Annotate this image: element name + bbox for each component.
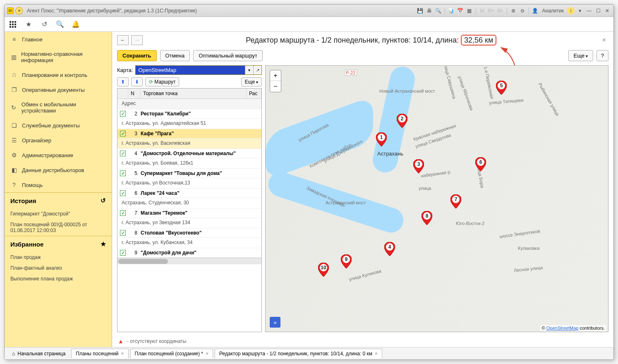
refresh-route-button[interactable]: ⟳ Маршрут xyxy=(145,77,179,86)
grid-icon[interactable]: ▦ xyxy=(466,7,473,14)
checkbox[interactable]: ✓ xyxy=(120,170,126,176)
star-icon[interactable]: ★ xyxy=(24,20,33,29)
map-provider-input[interactable] xyxy=(136,66,245,74)
nav-item[interactable]: ?Помощь xyxy=(5,177,112,192)
help-button[interactable]: ? xyxy=(596,50,608,61)
apps-icon[interactable] xyxy=(9,20,17,29)
nav-icon: ▥ xyxy=(10,54,17,60)
zoom-out-icon[interactable]: ⊖ xyxy=(519,7,526,14)
close-icon[interactable]: ✕ xyxy=(604,7,611,14)
history-item[interactable]: План посещений 00УД-000025 от 01.06.2017… xyxy=(5,219,112,236)
favorite-item[interactable]: План-фактный анализ xyxy=(5,263,112,273)
maximize-icon[interactable]: ☐ xyxy=(594,7,602,14)
table-row[interactable]: ✓5Супермаркет "Товары для дома" xyxy=(117,169,261,178)
m-icon[interactable]: M xyxy=(479,7,486,14)
nav-item[interactable]: ⚙Администрирование xyxy=(5,148,112,163)
nav-forward-button[interactable]: → xyxy=(131,35,143,45)
compare-icon[interactable]: 📊 xyxy=(448,7,455,14)
distance-highlight: 32,56 км xyxy=(461,35,496,46)
map-marker[interactable]: 2 xyxy=(397,114,407,128)
info-icon[interactable]: i xyxy=(567,7,575,14)
star-icon[interactable]: ★ xyxy=(101,240,106,248)
optimal-route-button[interactable]: Оптимальный маршрут xyxy=(193,50,263,61)
tab-close-icon[interactable]: × xyxy=(121,351,124,357)
minimize-icon[interactable]: — xyxy=(585,7,593,14)
combo-open-icon[interactable]: ↗ xyxy=(253,66,261,74)
print-icon[interactable]: 🖶 xyxy=(426,7,433,14)
bell-icon[interactable]: 🔔 xyxy=(72,20,80,29)
table-row[interactable]: ✓4"Домострой. Отделочные материалы" xyxy=(117,149,261,158)
map-marker[interactable]: 1 xyxy=(376,132,387,146)
map-marker[interactable]: 3 xyxy=(413,159,424,173)
table-row[interactable]: ✓9"Домострой для дачи" xyxy=(117,248,261,258)
map-marker[interactable]: 7 xyxy=(450,194,461,208)
m-minus-icon[interactable]: M- xyxy=(497,7,504,14)
nav-item[interactable]: ☰Органайзер xyxy=(5,133,112,148)
nav-back-button[interactable]: ← xyxy=(117,35,129,45)
tab-close-icon[interactable]: × xyxy=(206,351,208,357)
map-marker[interactable]: 6 xyxy=(475,157,486,171)
table-row[interactable]: ✓6Ларек "24 часа" xyxy=(117,189,261,198)
checkbox[interactable]: ✓ xyxy=(120,190,126,196)
table-row[interactable]: ✓8Столовая "Вкуснотеево" xyxy=(117,228,261,238)
row-name: Ларек "24 часа" xyxy=(141,190,259,196)
map-marker[interactable]: 9 xyxy=(341,254,352,268)
save-button[interactable]: Сохранить xyxy=(117,50,157,61)
sidebar: ≡Главное▥Нормативно-справочная информаци… xyxy=(5,32,112,347)
more-button[interactable]: Еще xyxy=(568,50,593,61)
nav-item[interactable]: ⎍Планирование и контроль xyxy=(5,67,112,82)
map-marker[interactable]: 10 xyxy=(318,263,329,277)
history-icon[interactable]: ↺ xyxy=(101,197,106,204)
cancel-button[interactable]: Отмена xyxy=(160,50,190,61)
table-row[interactable]: ✓7Магазин "Теремок" xyxy=(117,208,261,218)
table-row[interactable]: ✓3Кафе "Прага" xyxy=(117,129,261,139)
map[interactable]: Астрахань Р-22Новый Астраханский мостули… xyxy=(265,65,608,332)
map-expand-button[interactable]: » xyxy=(270,317,280,328)
nav-item[interactable]: ❏Служебные документы xyxy=(5,118,112,133)
osm-link[interactable]: OpenStreetMap xyxy=(546,326,579,330)
nav-item[interactable]: ▥Нормативно-справочная информация xyxy=(5,47,112,67)
table-row[interactable]: ✓2Ресторан "Калибри" xyxy=(117,109,261,119)
nav-icon: ? xyxy=(10,182,18,188)
move-up-button[interactable]: ⬆ xyxy=(117,77,129,86)
history-item[interactable]: Гипермаркет "Домострой" xyxy=(5,208,112,219)
nav-item[interactable]: ↻Обмен с мобильными устройствами xyxy=(5,97,112,118)
checkbox[interactable]: ✓ xyxy=(120,250,126,256)
map-provider-combo[interactable]: ▾ ↗ xyxy=(135,65,262,75)
checkbox[interactable]: ✓ xyxy=(120,131,126,136)
tab[interactable]: План посещений (создание) *× xyxy=(130,349,213,358)
tab[interactable]: Планы посещений× xyxy=(71,349,128,358)
checkbox[interactable]: ✓ xyxy=(120,210,126,216)
save-icon[interactable]: 💾 xyxy=(417,7,424,14)
move-down-button[interactable]: ⬇ xyxy=(131,77,143,86)
nav-item[interactable]: ◧Данные дистрибьюторов xyxy=(5,163,112,177)
combo-dropdown-icon[interactable]: ▾ xyxy=(245,66,253,74)
zoom-in-button[interactable]: + xyxy=(270,70,281,81)
tab-close-icon[interactable]: × xyxy=(375,351,378,357)
svg-text:4: 4 xyxy=(388,244,391,250)
map-marker[interactable]: 8 xyxy=(422,211,432,225)
close-page-button[interactable]: × xyxy=(600,36,608,44)
favorite-item[interactable]: План продаж xyxy=(5,252,112,263)
horizontal-scrollbar[interactable] xyxy=(117,258,261,264)
favorite-item[interactable]: Выполнение плана продаж xyxy=(5,273,112,284)
calendar-icon[interactable]: 📅 xyxy=(457,7,464,14)
dropdown-icon[interactable]: ▾ xyxy=(576,7,584,14)
history-icon[interactable]: ↺ xyxy=(40,20,48,29)
zoom-out-button[interactable]: − xyxy=(270,81,281,92)
preview-icon[interactable]: 🔍 xyxy=(435,7,442,14)
m-plus-icon[interactable]: M+ xyxy=(488,7,495,14)
tab[interactable]: ⌂Начальная страница xyxy=(8,349,69,358)
search-icon[interactable]: 🔍 xyxy=(56,20,64,29)
tab[interactable]: Редактор маршрута - 1/2 понедельник, пун… xyxy=(215,349,382,358)
list-more-button[interactable]: Еще xyxy=(241,77,262,86)
map-marker[interactable]: 4 xyxy=(384,242,395,256)
zoom-in-icon[interactable]: ⊕ xyxy=(510,7,517,14)
map-marker[interactable]: 5 xyxy=(496,81,507,95)
checkbox[interactable]: ✓ xyxy=(120,230,126,236)
app-menu-dropdown[interactable]: ▾ xyxy=(15,7,23,14)
checkbox[interactable]: ✓ xyxy=(120,111,126,117)
nav-item[interactable]: ❐Оперативные документы xyxy=(5,82,112,97)
checkbox[interactable]: ✓ xyxy=(120,151,126,156)
nav-item[interactable]: ≡Главное xyxy=(5,32,112,47)
